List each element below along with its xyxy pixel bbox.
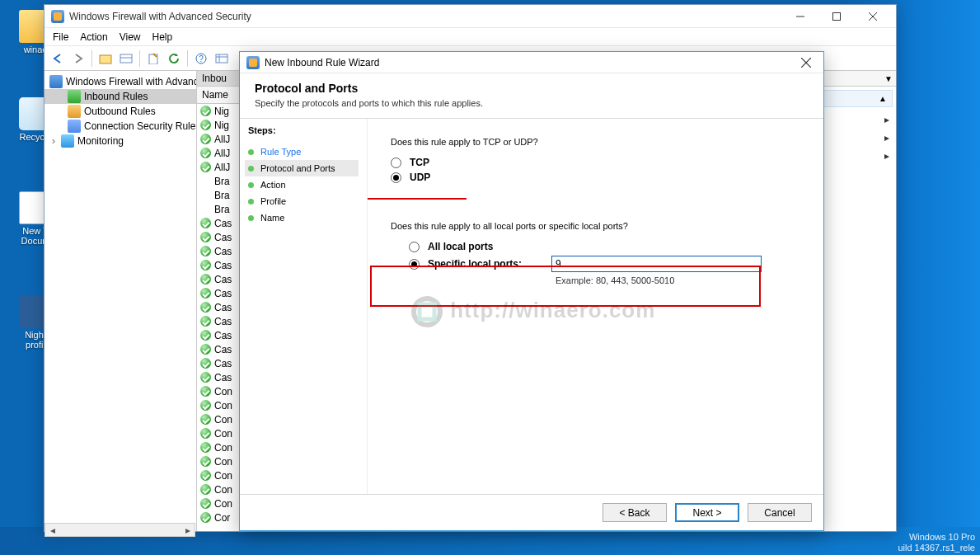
menu-file[interactable]: File — [53, 31, 68, 43]
list-item[interactable]: Bra — [197, 174, 241, 188]
wizard-titlebar[interactable]: New Inbound Rule Wizard — [240, 52, 823, 73]
scroll-left-icon[interactable]: ◂ — [45, 524, 59, 536]
connection-security-icon — [68, 120, 81, 133]
list-item[interactable]: Cas — [197, 258, 241, 272]
next-button[interactable]: Next > — [675, 503, 739, 522]
chevron-up-icon: ▲ — [879, 94, 887, 103]
list-item[interactable]: Con — [197, 412, 241, 426]
list-item[interactable]: Con — [197, 398, 241, 412]
list-item[interactable]: Cas — [197, 272, 241, 286]
wizard-close-button[interactable] — [794, 53, 818, 73]
firewall-icon — [49, 75, 63, 88]
list-item[interactable]: Nig — [197, 104, 241, 118]
steps-label: Steps: — [248, 125, 359, 135]
menu-help[interactable]: Help — [152, 31, 173, 43]
list-item[interactable]: Cas — [197, 244, 241, 258]
menu-action[interactable]: Action — [80, 31, 107, 43]
list-item[interactable]: AllJ — [197, 160, 241, 174]
enabled-icon — [200, 330, 211, 341]
list-item[interactable]: Cas — [197, 286, 241, 300]
enabled-icon — [200, 148, 211, 158]
step-profile[interactable]: Profile — [248, 193, 359, 209]
menu-view[interactable]: View — [120, 31, 141, 43]
list-item[interactable]: Bra — [197, 188, 241, 202]
step-dot-icon — [248, 182, 254, 188]
list-item[interactable]: Con — [197, 454, 241, 468]
svg-rect-10 — [216, 54, 227, 63]
titlebar[interactable]: Windows Firewall with Advanced Security — [45, 5, 896, 28]
list-item[interactable]: Con — [197, 426, 241, 440]
inbound-icon — [68, 90, 81, 103]
list-tab: Inbou — [197, 71, 241, 87]
tree-root[interactable]: Windows Firewall with Advance — [45, 74, 196, 89]
cancel-button[interactable]: Cancel — [748, 503, 812, 522]
scroll-right-icon[interactable]: ▸ — [181, 524, 195, 536]
refresh-icon[interactable] — [164, 49, 184, 68]
tree-outbound[interactable]: Outbound Rules — [45, 104, 196, 119]
new-rule-icon[interactable] — [212, 49, 232, 68]
help-icon[interactable]: ? — [191, 49, 211, 68]
maximize-button[interactable] — [818, 6, 855, 27]
tree-inbound[interactable]: Inbound Rules — [45, 89, 196, 104]
list-item[interactable]: Con — [197, 384, 241, 398]
step-action[interactable]: Action — [248, 176, 359, 193]
properties-icon[interactable] — [96, 49, 115, 68]
tree-connection-security[interactable]: Connection Security Rules — [45, 119, 196, 134]
list-item[interactable]: Nig — [197, 118, 241, 132]
blank-icon — [200, 190, 211, 200]
enabled-icon — [200, 316, 211, 327]
list-item[interactable]: Cas — [197, 370, 241, 384]
enabled-icon — [200, 302, 211, 313]
tree-monitoring[interactable]: › Monitoring — [45, 134, 196, 148]
list-item[interactable]: AllJ — [197, 132, 241, 146]
list-item[interactable]: Cas — [197, 216, 241, 230]
step-name[interactable]: Name — [248, 209, 359, 226]
enabled-icon — [200, 470, 211, 481]
nav-fwd-button[interactable] — [68, 49, 88, 68]
wizard-buttons: < Back Next > Cancel — [240, 494, 823, 530]
wizard-header: Protocol and Ports Specify the protocols… — [240, 73, 823, 118]
list-item[interactable]: Cor — [197, 510, 241, 524]
expand-toggle-icon[interactable]: › — [49, 135, 58, 147]
nav-back-button[interactable] — [48, 49, 68, 68]
list-item[interactable]: Bra — [197, 202, 241, 216]
enabled-icon — [200, 260, 211, 270]
enabled-icon — [200, 428, 211, 439]
step-dot-icon — [248, 215, 254, 221]
list-item[interactable]: Con — [197, 440, 241, 454]
list-item[interactable]: Cas — [197, 342, 241, 356]
back-button[interactable]: < Back — [603, 503, 667, 522]
list-item[interactable]: AllJ — [197, 146, 241, 160]
step-dot-icon — [248, 199, 254, 205]
window-title: Windows Firewall with Advanced Security — [69, 11, 782, 22]
firewall-icon — [246, 56, 260, 69]
step-rule-type[interactable]: Rule Type — [248, 143, 359, 160]
radio-udp[interactable]: UDP — [391, 172, 800, 183]
list-item[interactable]: Cas — [197, 314, 241, 328]
list-item[interactable]: Cas — [197, 356, 241, 370]
close-button[interactable] — [855, 6, 891, 27]
enabled-icon — [200, 246, 211, 256]
list-item[interactable]: Cas — [197, 328, 241, 342]
list-item[interactable]: Con — [197, 482, 241, 496]
enabled-icon — [200, 134, 211, 144]
chevron-right-icon: ▸ — [884, 132, 889, 143]
list-item[interactable]: Cas — [197, 230, 241, 244]
filter-icon[interactable] — [116, 49, 136, 68]
column-name[interactable]: Name — [197, 87, 241, 104]
radio-tcp[interactable]: TCP — [391, 157, 800, 168]
radio-all-ports[interactable]: All local ports — [409, 241, 800, 252]
tree-scrollbar[interactable]: ◂ ▸ — [45, 523, 195, 537]
actions-dropdown-icon[interactable]: ▼ — [884, 74, 893, 83]
enabled-icon — [200, 274, 211, 285]
annotation-highlight-box — [370, 266, 761, 307]
enabled-icon — [200, 386, 211, 397]
list-item[interactable]: Con — [197, 496, 241, 510]
export-icon[interactable] — [143, 49, 163, 68]
list-item[interactable]: Con — [197, 468, 241, 482]
minimize-button[interactable] — [782, 6, 818, 27]
list-item[interactable]: Cas — [197, 300, 241, 314]
svg-rect-1 — [833, 12, 841, 20]
step-protocol-ports[interactable]: Protocol and Ports — [245, 160, 359, 176]
blank-icon — [200, 176, 211, 186]
